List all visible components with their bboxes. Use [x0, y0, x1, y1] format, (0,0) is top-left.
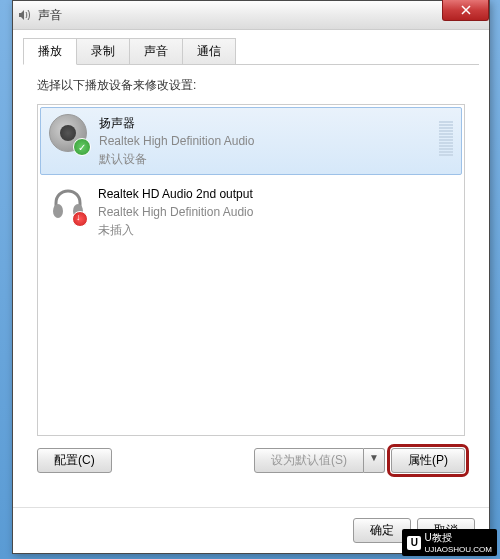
watermark-text2: UJIAOSHOU.COM — [424, 545, 492, 554]
device-name: 扬声器 — [99, 114, 429, 132]
device-list[interactable]: ✓ 扬声器 Realtek High Definition Audio 默认设备 — [37, 104, 465, 436]
device-info: 扬声器 Realtek High Definition Audio 默认设备 — [99, 114, 429, 168]
close-button[interactable] — [442, 0, 489, 21]
device-info: Realtek HD Audio 2nd output Realtek High… — [98, 185, 454, 239]
watermark: U U教授 UJIAOSHOU.COM — [402, 529, 497, 556]
tabs: 播放 录制 声音 通信 — [23, 38, 479, 65]
set-default-button[interactable]: 设为默认值(S) — [254, 448, 364, 473]
action-button-row: 配置(C) 设为默认值(S) ▼ 属性(P) — [37, 448, 465, 473]
set-default-split-button: 设为默认值(S) ▼ — [254, 448, 385, 473]
headphone-icon — [48, 185, 88, 225]
device-name: Realtek HD Audio 2nd output — [98, 185, 454, 203]
device-item-speakers[interactable]: ✓ 扬声器 Realtek High Definition Audio 默认设备 — [40, 107, 462, 175]
properties-button[interactable]: 属性(P) — [391, 448, 465, 473]
tabs-container: 播放 录制 声音 通信 选择以下播放设备来修改设置: ✓ 扬声器 Realtek… — [13, 30, 489, 485]
svg-point-0 — [53, 204, 63, 218]
tab-communications[interactable]: 通信 — [182, 38, 236, 64]
tab-sounds[interactable]: 声音 — [129, 38, 183, 64]
default-check-badge: ✓ — [73, 138, 91, 156]
instruction-text: 选择以下播放设备来修改设置: — [37, 77, 465, 94]
device-item-headphones[interactable]: Realtek HD Audio 2nd output Realtek High… — [38, 177, 464, 247]
unplugged-badge — [72, 211, 88, 227]
device-status: 默认设备 — [99, 150, 429, 168]
speaker-icon: ✓ — [49, 114, 89, 154]
tab-recording[interactable]: 录制 — [76, 38, 130, 64]
sound-icon — [17, 7, 33, 23]
device-description: Realtek High Definition Audio — [98, 203, 454, 221]
watermark-icon: U — [407, 536, 421, 550]
tab-playback[interactable]: 播放 — [23, 38, 77, 65]
device-status: 未插入 — [98, 221, 454, 239]
window-title: 声音 — [38, 7, 62, 24]
device-description: Realtek High Definition Audio — [99, 132, 429, 150]
watermark-text1: U教授 — [424, 531, 492, 545]
level-meter — [439, 114, 453, 156]
tab-content: 选择以下播放设备来修改设置: ✓ 扬声器 Realtek High Defini… — [23, 65, 479, 485]
sound-settings-window: 声音 播放 录制 声音 通信 选择以下播放设备来修改设置: ✓ 扬声器 — [12, 0, 490, 554]
set-default-dropdown[interactable]: ▼ — [364, 448, 385, 473]
titlebar: 声音 — [13, 1, 489, 30]
configure-button[interactable]: 配置(C) — [37, 448, 112, 473]
